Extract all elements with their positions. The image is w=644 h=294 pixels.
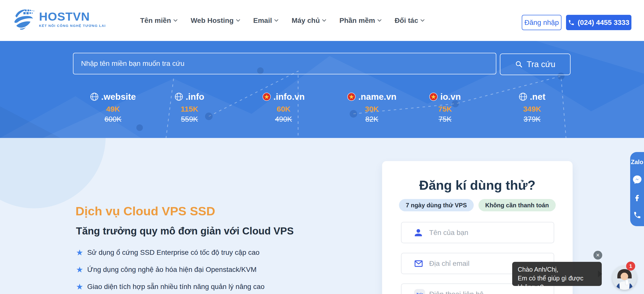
header: HOSTVN KẾT NỐI CÔNG NGHỆ TƯƠNG LAI Tên m…: [0, 0, 644, 41]
phone-button[interactable]: (024) 4455 3333: [566, 15, 631, 30]
chevron-down-icon: [322, 19, 326, 22]
nav-item-email[interactable]: Email: [253, 17, 279, 25]
globe-icon: [175, 92, 183, 101]
social-sidebar: Zalo: [630, 152, 644, 226]
badge-trial-days: 7 ngày dùng thử VPS: [399, 199, 474, 211]
domain-card-net[interactable]: .net 349K 379K: [502, 92, 562, 123]
chevron-down-icon: [274, 19, 278, 22]
globe-icon: [90, 92, 99, 101]
login-button[interactable]: Đăng nhập: [522, 15, 561, 30]
hero-section: Tra cứu .website 49K 600K .info 115K 559…: [0, 41, 644, 138]
nav-item-doi-tac[interactable]: Đối tác: [395, 17, 425, 25]
domain-price: 30K: [342, 105, 402, 113]
header-actions: Đăng nhập (024) 4455 3333: [522, 15, 631, 30]
star-icon: ★: [76, 249, 83, 257]
search-icon: [515, 60, 523, 68]
chat-close-button[interactable]: ✕: [593, 251, 602, 260]
star-icon: ★: [76, 283, 83, 291]
zalo-link[interactable]: Zalo: [631, 159, 643, 166]
badge-no-payment: Không cần thanh toán: [478, 199, 556, 211]
brand-tagline: KẾT NỐI CÔNG NGHỆ TƯƠNG LAI: [39, 24, 106, 28]
chat-greeting-line1: Chào Anh/Chị,: [518, 265, 602, 274]
domain-old-price: 75K: [415, 115, 475, 123]
domain-card-io-vn[interactable]: io.vn 75K 75K: [415, 92, 475, 123]
domain-card-info[interactable]: .info 115K 559K: [159, 92, 220, 123]
nav-item-may-chu[interactable]: Máy chủ: [292, 17, 326, 25]
domain-price: 75K: [415, 105, 475, 113]
domain-old-price: 82K: [342, 115, 402, 123]
domain-old-price: 379K: [502, 115, 562, 123]
domain-price: 115K: [159, 105, 220, 113]
chat-greeting-line2: Em có thể giúp gì được không ạ?: [518, 274, 602, 291]
hostvn-logo[interactable]: HOSTVN KẾT NỐI CÔNG NGHỆ TƯƠNG LAI: [14, 8, 106, 31]
brand-name: HOSTVN: [39, 11, 106, 23]
nav-item-phan-mem[interactable]: Phần mềm: [339, 17, 382, 25]
decorative-blob: [0, 138, 106, 208]
star-icon: ★: [76, 266, 83, 274]
domain-price: 349K: [502, 105, 562, 113]
feature-item: ★ Ứng dụng công nghệ ảo hóa hiện đại Ope…: [76, 266, 257, 274]
logo-text: HOSTVN KẾT NỐI CÔNG NGHỆ TƯƠNG LAI: [39, 11, 106, 28]
domain-card-name-vn[interactable]: .name.vn 30K 82K: [342, 92, 402, 123]
user-icon: [414, 228, 423, 237]
feature-item: ★ Sử dụng ổ cứng SSD Enterprise có tốc đ…: [76, 249, 260, 257]
domain-search-input[interactable]: [73, 53, 496, 74]
domain-old-price: 600K: [83, 115, 143, 123]
name-input[interactable]: [429, 222, 550, 243]
section-headline: Tăng trưởng quy mô đơn giản với Cloud VP…: [76, 225, 294, 237]
hostvn-homepage: HOSTVN KẾT NỐI CÔNG NGHỆ TƯƠNG LAI Tên m…: [0, 0, 644, 294]
domain-price: 60K: [253, 105, 314, 113]
tooltip-arrow: [598, 270, 606, 277]
phone-call-icon[interactable]: [633, 211, 641, 219]
domain-search-button[interactable]: Tra cứu: [500, 54, 571, 75]
vietnam-flag-icon: [347, 92, 356, 101]
email-icon: [414, 259, 423, 268]
chevron-down-icon: [173, 19, 178, 22]
messenger-icon[interactable]: [632, 175, 642, 185]
feature-item: ★ Giao diện tích hợp sẵn nhiều tính năng…: [76, 283, 265, 291]
chevron-down-icon: [377, 19, 382, 22]
hostvn-logo-icon: [14, 8, 35, 31]
nav-item-web-hosting[interactable]: Web Hosting: [191, 17, 240, 25]
phone-icon: [568, 19, 575, 26]
domain-card-website[interactable]: .website 49K 600K: [83, 92, 143, 123]
chevron-down-icon: [420, 19, 425, 22]
chevron-down-icon: [236, 19, 240, 22]
vietnam-flag-icon: [262, 92, 271, 101]
domain-card-info-vn[interactable]: .info.vn 60K 490K: [253, 92, 314, 123]
close-icon: ✕: [596, 252, 600, 258]
zalo-icon: Zalo: [414, 289, 425, 294]
vietnam-flag-icon: [429, 92, 438, 101]
nav-item-ten-mien[interactable]: Tên miền: [140, 17, 178, 25]
domain-price: 49K: [83, 105, 143, 113]
main-nav: Tên miền Web Hosting Email Máy chủ Phần …: [140, 0, 425, 41]
name-field: [401, 222, 554, 243]
trial-badges: 7 ngày dùng thử VPS Không cần thanh toán: [382, 199, 573, 211]
trial-form-title: Đăng kí dùng thử?: [382, 178, 573, 193]
section-title: Dịch vụ Cloud VPS SSD: [75, 204, 215, 218]
globe-icon: [519, 92, 527, 101]
chat-greeting-tooltip: Chào Anh/Chị, Em có thể giúp gì được khô…: [512, 262, 602, 286]
facebook-icon[interactable]: [633, 193, 641, 202]
chat-notification-badge: 1: [626, 262, 635, 271]
domain-old-price: 490K: [253, 115, 314, 123]
domain-old-price: 559K: [159, 115, 220, 123]
